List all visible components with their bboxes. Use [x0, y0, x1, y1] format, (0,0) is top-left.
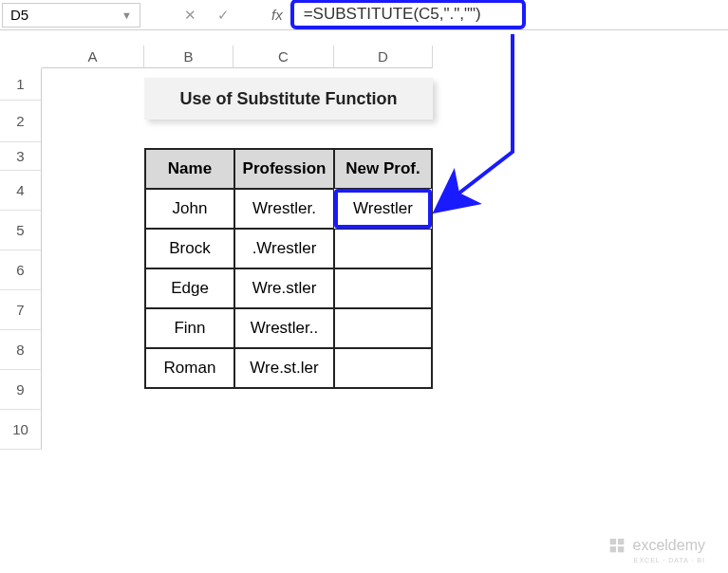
row-header-9[interactable]: 9 — [0, 370, 42, 410]
row-header-8[interactable]: 8 — [0, 330, 42, 370]
cancel-icon[interactable]: ✕ — [184, 7, 196, 24]
col-header-B[interactable]: B — [144, 46, 233, 68]
table-header-row: Name Profession New Prof. — [145, 149, 432, 189]
row-header-7[interactable]: 7 — [0, 290, 42, 330]
cell-new-prof[interactable] — [334, 268, 432, 308]
cell-name[interactable]: Brock — [145, 229, 234, 268]
cell-prof[interactable]: .Wrestler — [234, 229, 334, 268]
col-header-A[interactable]: A — [42, 46, 144, 68]
watermark: exceldemy EXCEL · DATA · BI — [607, 535, 705, 556]
name-box-value: D5 — [10, 7, 28, 23]
col-header-D[interactable]: D — [334, 46, 433, 68]
cell-name[interactable]: Edge — [145, 268, 234, 308]
th-profession[interactable]: Profession — [234, 149, 334, 189]
cell-prof[interactable]: Wrestler.. — [234, 308, 334, 348]
table-row: John Wrestler. Wrestler — [145, 189, 432, 229]
col-header-C[interactable]: C — [233, 46, 334, 68]
column-headers: A B C D — [42, 46, 728, 68]
watermark-tagline: EXCEL · DATA · BI — [634, 557, 705, 564]
cell-prof[interactable]: Wre.st.ler — [234, 348, 334, 388]
cell-new-prof-active[interactable]: Wrestler — [334, 189, 432, 229]
cell-name[interactable]: John — [145, 189, 234, 229]
table-row: Roman Wre.st.ler — [145, 348, 432, 388]
cell-prof[interactable]: Wrestler. — [234, 189, 334, 229]
row-header-1[interactable]: 1 — [0, 68, 42, 101]
row-header-4[interactable]: 4 — [0, 171, 42, 211]
row-header-2[interactable]: 2 — [0, 101, 42, 142]
table-row: Brock .Wrestler — [145, 229, 432, 268]
formula-input[interactable] — [290, 0, 526, 29]
watermark-brand: exceldemy — [633, 537, 705, 554]
cell-new-prof[interactable] — [334, 308, 432, 348]
th-new-prof[interactable]: New Prof. — [334, 149, 432, 189]
fx-icon[interactable]: fx — [271, 7, 283, 23]
table-row: Edge Wre.stler — [145, 268, 432, 308]
row-header-5[interactable]: 5 — [0, 211, 42, 250]
chevron-down-icon[interactable]: ▼ — [121, 9, 132, 21]
cell-new-prof[interactable] — [334, 348, 432, 388]
data-table: Name Profession New Prof. John Wrestler.… — [144, 148, 433, 389]
th-name[interactable]: Name — [145, 149, 234, 189]
cell-name[interactable]: Roman — [145, 348, 234, 388]
row-header-3[interactable]: 3 — [0, 142, 42, 171]
row-header-6[interactable]: 6 — [0, 250, 42, 290]
name-box[interactable]: D5 ▼ — [2, 3, 140, 28]
cell-new-prof[interactable] — [334, 229, 432, 268]
formula-bar-icons: ✕ ✓ fx — [184, 7, 290, 24]
spreadsheet-grid: A B C D 1 2 3 4 5 6 7 8 9 10 Use of Subs… — [0, 46, 728, 450]
watermark-icon — [607, 535, 627, 556]
enter-icon[interactable]: ✓ — [217, 7, 230, 24]
cell-prof[interactable]: Wre.stler — [234, 268, 334, 308]
formula-bar-row: D5 ▼ ✕ ✓ fx — [0, 0, 728, 30]
row-header-10[interactable]: 10 — [0, 410, 42, 450]
page-title: Use of Substitute Function — [144, 78, 433, 120]
table-row: Finn Wrestler.. — [145, 308, 432, 348]
cell-name[interactable]: Finn — [145, 308, 234, 348]
